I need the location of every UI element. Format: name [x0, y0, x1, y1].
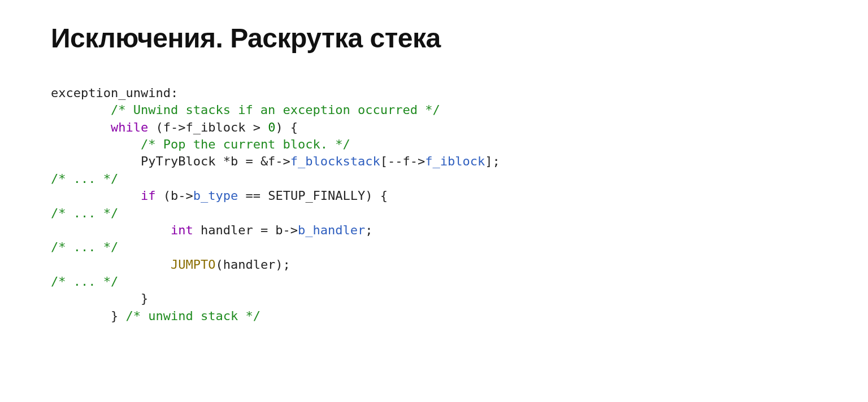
- code-line-6-a: (b->: [155, 189, 193, 203]
- code-line-1-comment: /* Unwind stacks if an exception occurre…: [111, 103, 440, 117]
- code-line-0: exception_unwind:: [51, 86, 178, 100]
- code-line-13-comment: /* unwind stack */: [125, 309, 260, 323]
- code-line-8-kw: int: [171, 223, 193, 237]
- code-line-7-comment: /* ... */: [51, 206, 118, 220]
- code-line-8-b: ;: [365, 223, 372, 237]
- code-line-8-a: handler = b->: [193, 223, 298, 237]
- code-line-2-lit: 0: [268, 120, 275, 134]
- code-line-4-m2: f_iblock: [425, 154, 485, 168]
- code-line-2-kw: while: [111, 120, 148, 134]
- code-line-6-kw: if: [141, 189, 156, 203]
- code-line-2-mid: (f->f_iblock >: [148, 120, 268, 134]
- code-line-10-fn: JUMPTO: [171, 257, 215, 272]
- code-line-1-indent: [51, 103, 111, 117]
- code-line-4-indent: [51, 154, 141, 168]
- slide-title: Исключения. Раскрутка стека: [51, 23, 817, 54]
- code-line-3-indent: [51, 137, 141, 151]
- code-line-11-comment: /* ... */: [51, 274, 118, 289]
- code-line-4-m1: f_blockstack: [290, 154, 380, 168]
- code-block: exception_unwind: /* Unwind stacks if an…: [51, 85, 817, 325]
- code-line-4-b: [--f->: [380, 154, 425, 168]
- code-line-6-b: == SETUP_FINALLY) {: [238, 189, 388, 203]
- code-line-6-m: b_type: [193, 189, 238, 203]
- slide: Исключения. Раскрутка стека exception_un…: [0, 0, 868, 325]
- code-line-8-m: b_handler: [298, 223, 365, 237]
- code-line-9-comment: /* ... */: [51, 240, 118, 254]
- code-line-5-comment: /* ... */: [51, 172, 118, 186]
- code-line-2-tail: ) {: [275, 120, 298, 134]
- code-line-4-c: ];: [485, 154, 500, 168]
- code-line-13-indent: [51, 309, 111, 323]
- code-line-10-tail: (handler);: [215, 257, 290, 272]
- code-line-12-body: }: [141, 291, 148, 305]
- code-line-3-comment: /* Pop the current block. */: [141, 137, 350, 151]
- code-line-8-indent: [51, 223, 171, 237]
- code-line-6-indent: [51, 189, 141, 203]
- code-line-2-indent: [51, 120, 111, 134]
- code-line-13-body: }: [111, 309, 126, 323]
- code-line-12-indent: [51, 291, 141, 305]
- code-line-4-a: PyTryBlock *b = &f->: [141, 154, 290, 168]
- code-line-10-indent: [51, 257, 171, 272]
